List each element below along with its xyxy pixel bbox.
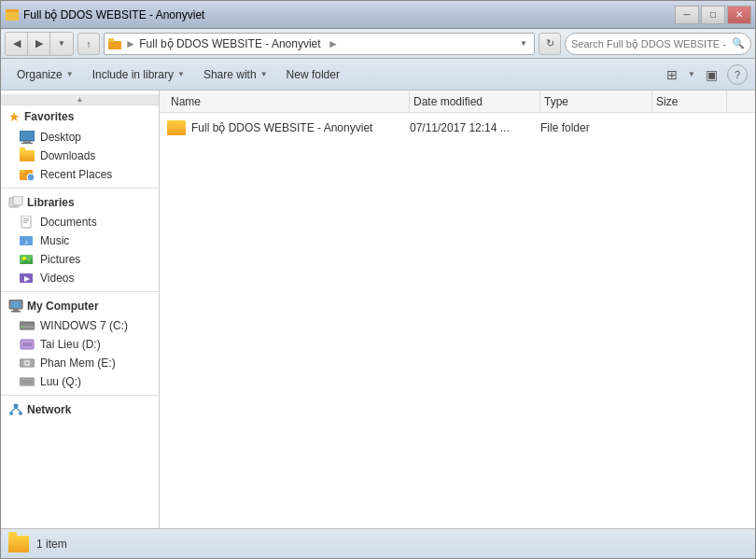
sidebar-item-documents[interactable]: Documents: [1, 213, 159, 231]
new-folder-button[interactable]: New folder: [278, 63, 348, 87]
file-list-area: Name Date modified Type Size Full bộ DDO…: [160, 91, 755, 528]
sidebar-item-music[interactable]: ♪ Music: [1, 231, 159, 250]
tailieu-label: Tai Lieu (D:): [40, 338, 101, 351]
svg-line-40: [11, 408, 16, 412]
nav-button-group: ◀ ▶ ▼: [5, 32, 74, 56]
recent-places-label: Recent Places: [40, 168, 112, 181]
refresh-button[interactable]: ↻: [539, 33, 561, 55]
svg-rect-24: [11, 301, 21, 308]
close-button[interactable]: ✕: [727, 6, 751, 24]
address-path: ► Full bộ DDOS WEBSITE - Anonyviet ►: [125, 37, 513, 50]
file-name-text: Full bộ DDOS WEBSITE - Anonyviet: [191, 121, 372, 134]
phanmem-drive-icon: [20, 357, 35, 369]
svg-rect-15: [23, 222, 27, 223]
sidebar: ▲ ★ Favorites Desktop Downlo: [1, 91, 160, 528]
file-folder-icon: [167, 120, 186, 135]
column-header-name[interactable]: Name: [167, 91, 410, 112]
include-in-library-button[interactable]: Include in library ▼: [84, 63, 193, 87]
status-folder-icon: [8, 536, 29, 552]
sidebar-item-luu[interactable]: Luu (Q:): [1, 372, 159, 391]
sidebar-divider-1: [1, 188, 159, 189]
sidebar-item-phanmem[interactable]: Phan Mem (E:): [1, 354, 159, 372]
luu-label: Luu (Q:): [40, 375, 81, 388]
videos-icon: [20, 272, 35, 285]
sidebar-favorites-section: ★ Favorites Desktop Downloads: [1, 105, 159, 184]
file-list-content: Full bộ DDOS WEBSITE - Anonyviet 07/11/2…: [160, 113, 755, 528]
file-list-header: Name Date modified Type Size: [160, 91, 755, 113]
svg-rect-25: [13, 309, 19, 311]
svg-rect-1: [6, 12, 19, 21]
favorites-header[interactable]: ★ Favorites: [1, 105, 159, 128]
search-icon[interactable]: 🔍: [732, 37, 745, 49]
file-name-cell: Full bộ DDOS WEBSITE - Anonyviet: [167, 120, 410, 135]
network-label: Network: [27, 403, 71, 416]
organize-button[interactable]: Organize ▼: [8, 63, 82, 87]
sidebar-item-tailieu[interactable]: Tai Lieu (D:): [1, 335, 159, 354]
table-row[interactable]: Full bộ DDOS WEBSITE - Anonyviet 07/11/2…: [160, 115, 755, 141]
search-input[interactable]: [571, 38, 728, 49]
svg-rect-8: [20, 170, 25, 173]
svg-rect-36: [21, 380, 33, 384]
svg-line-41: [16, 408, 21, 412]
documents-icon: [20, 216, 35, 229]
computer-header[interactable]: My Computer: [1, 296, 159, 316]
videos-label: Videos: [40, 272, 74, 285]
status-bar: 1 item: [1, 528, 755, 558]
column-header-date[interactable]: Date modified: [410, 91, 540, 112]
address-box[interactable]: ► Full bộ DDOS WEBSITE - Anonyviet ► ▼: [104, 33, 535, 55]
preview-pane-button[interactable]: ▣: [699, 63, 723, 87]
title-bar-controls: ─ □ ✕: [675, 6, 751, 24]
organize-chevron: ▼: [66, 70, 74, 78]
sidebar-item-downloads[interactable]: Downloads: [1, 147, 159, 165]
svg-rect-14: [23, 220, 29, 221]
address-path-text: Full bộ DDOS WEBSITE - Anonyviet: [139, 37, 320, 50]
maximize-button[interactable]: □: [701, 6, 725, 24]
view-button[interactable]: ⊞: [660, 63, 684, 87]
phanmem-label: Phan Mem (E:): [40, 356, 116, 370]
address-folder-icon: [108, 38, 121, 49]
svg-point-29: [21, 327, 23, 328]
share-with-button[interactable]: Share with ▼: [195, 63, 276, 87]
back-button[interactable]: ◀: [6, 33, 28, 55]
sidebar-item-videos[interactable]: Videos: [1, 269, 159, 287]
toolbar-right: ⊞ ▼ ▣ ?: [660, 63, 748, 87]
network-header[interactable]: Network: [1, 399, 159, 420]
music-label: Music: [40, 234, 69, 247]
svg-rect-3: [108, 38, 114, 42]
help-button[interactable]: ?: [727, 64, 748, 85]
column-header-type[interactable]: Type: [540, 91, 652, 112]
sidebar-item-recent-places[interactable]: Recent Places: [1, 165, 159, 184]
explorer-window: Full bộ DDOS WEBSITE - Anonyviet ─ □ ✕ ◀…: [0, 0, 756, 559]
svg-rect-4: [20, 131, 35, 141]
status-item-count: 1 item: [36, 538, 67, 551]
sidebar-libraries-section: Libraries Documents ♪ M: [1, 192, 159, 287]
computer-icon: [8, 300, 23, 313]
dropdown-nav-button[interactable]: ▼: [50, 33, 73, 55]
downloads-label: Downloads: [40, 149, 95, 162]
downloads-folder-icon: [20, 150, 35, 161]
computer-label: My Computer: [27, 300, 99, 313]
svg-rect-26: [11, 311, 21, 313]
libraries-header[interactable]: Libraries: [1, 192, 159, 213]
view-dropdown[interactable]: ▼: [688, 70, 695, 78]
include-chevron: ▼: [177, 70, 185, 78]
sidebar-collapse-arrow[interactable]: ▲: [1, 94, 159, 105]
forward-button[interactable]: ▶: [28, 33, 50, 55]
documents-label: Documents: [40, 216, 97, 229]
minimize-button[interactable]: ─: [675, 6, 699, 24]
sidebar-computer-section: My Computer WINDOWS 7 (C:) Tai Lieu: [1, 296, 159, 391]
sidebar-item-windows7[interactable]: WINDOWS 7 (C:): [1, 316, 159, 335]
sidebar-divider-2: [1, 291, 159, 292]
up-button[interactable]: ↑: [77, 33, 100, 55]
sidebar-item-desktop[interactable]: Desktop: [1, 128, 159, 147]
pictures-icon: [20, 253, 35, 266]
search-box[interactable]: 🔍: [565, 33, 751, 55]
luu-drive-icon: [20, 376, 35, 387]
svg-rect-31: [22, 342, 32, 346]
svg-rect-12: [21, 216, 31, 228]
column-header-size[interactable]: Size: [652, 91, 727, 112]
svg-rect-13: [23, 218, 29, 219]
address-dropdown-button[interactable]: ▼: [517, 34, 530, 54]
sidebar-item-pictures[interactable]: Pictures: [1, 250, 159, 269]
main-content: ▲ ★ Favorites Desktop Downlo: [1, 91, 755, 528]
